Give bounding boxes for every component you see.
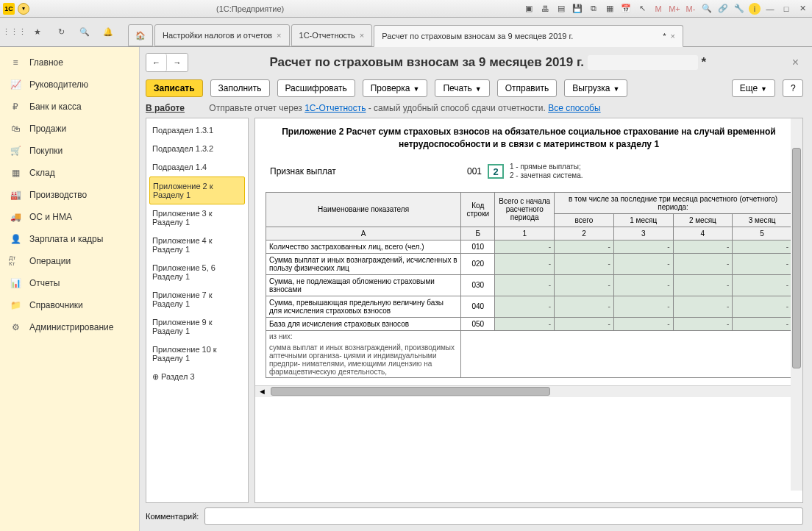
- section-tree[interactable]: Подраздел 1.3.1 Подраздел 1.3.2 Подразде…: [146, 118, 249, 503]
- close-icon[interactable]: ✕: [796, 3, 809, 15]
- tab-tax-settings[interactable]: Настройки налогов и отчетов×: [154, 24, 290, 46]
- sidebar-item-purchases[interactable]: 🛒Покупки: [0, 140, 139, 162]
- print-icon[interactable]: 🖶: [538, 3, 552, 15]
- sidebar-item-reports[interactable]: 📊Отчеты: [0, 272, 139, 294]
- th-code: Код строки: [461, 192, 495, 227]
- sidebar-item-sales[interactable]: 🛍Продажи: [0, 118, 139, 140]
- save-icon[interactable]: 💾: [571, 3, 584, 15]
- note-line: из них:: [266, 330, 461, 342]
- m-btn[interactable]: M: [652, 3, 665, 15]
- search-icon[interactable]: 🔍: [75, 22, 94, 43]
- tree-node[interactable]: Приложение 4 к Разделу 1: [149, 232, 245, 259]
- tree-node[interactable]: Подраздел 1.4: [149, 158, 245, 177]
- copy-icon[interactable]: ⧉: [587, 3, 600, 15]
- history-icon[interactable]: ↻: [51, 22, 71, 43]
- tree-node-selected[interactable]: Приложение 2 к Разделу 1: [149, 177, 245, 204]
- tree-node[interactable]: Приложение 5, 6 Разделу 1: [149, 259, 245, 286]
- dropdown-icon[interactable]: ▾: [18, 3, 29, 15]
- tree-node[interactable]: Приложение 9 к Разделу 1: [149, 313, 245, 341]
- sidebar-item-operations[interactable]: Дт КтОперации: [0, 250, 139, 272]
- check-button[interactable]: Проверка▼: [363, 79, 428, 97]
- sidebar-item-assets[interactable]: 🚚ОС и НМА: [0, 206, 139, 228]
- sidebar-item-salary[interactable]: 👤Зарплата и кадры: [0, 228, 139, 250]
- page-title: Расчет по страховым взносам за 9 месяцев…: [194, 55, 782, 70]
- send-button[interactable]: Отправить: [497, 79, 558, 97]
- table-row: База для исчисления страховых взносов050…: [266, 317, 792, 330]
- doc-title: Приложение 2 Расчет сумм страховых взнос…: [266, 126, 792, 151]
- minimize-icon[interactable]: —: [763, 3, 777, 15]
- close-icon[interactable]: ×: [277, 31, 281, 40]
- sign-description: 1 - прямые выплаты;2 - зачетная система.: [510, 163, 583, 180]
- comment-input[interactable]: [204, 507, 803, 525]
- titlebar: 1C ▾ (1С:Предприятие) ▣ 🖶 ▤ 💾 ⧉ ▦ 📅 ↖ M …: [0, 0, 812, 18]
- cart-icon: 🛒: [9, 146, 22, 156]
- export-button[interactable]: Выгрузка▼: [564, 79, 627, 97]
- sidebar-item-production[interactable]: 🏭Производство: [0, 184, 139, 206]
- back-button[interactable]: ←: [146, 54, 167, 71]
- forward-button[interactable]: →: [167, 54, 188, 71]
- chart-icon: 📈: [9, 79, 22, 90]
- calc-icon[interactable]: ▦: [603, 3, 616, 15]
- home-tab[interactable]: 🏠: [128, 24, 153, 46]
- help-button[interactable]: ?: [783, 79, 803, 97]
- zoom-icon[interactable]: 🔍: [700, 3, 713, 15]
- factory-icon: 🏭: [9, 190, 22, 200]
- tab-reporting[interactable]: 1С-Отчетность×: [291, 24, 373, 46]
- link-all-ways[interactable]: Все способы: [548, 103, 601, 113]
- close-icon[interactable]: ×: [671, 32, 675, 40]
- link-1c-report[interactable]: 1С-Отчетность: [304, 103, 366, 113]
- apps-icon[interactable]: ⋮⋮⋮: [4, 22, 24, 43]
- menu-icon: ≡: [9, 57, 22, 68]
- sidebar-item-refs[interactable]: 📁Справочники: [0, 294, 139, 316]
- ruble-icon: ₽: [9, 101, 22, 112]
- tab-insurance-calc[interactable]: Расчет по страховым взносам за 9 месяцев…: [374, 25, 683, 47]
- tree-node[interactable]: Приложение 7 к Разделу 1: [149, 286, 245, 313]
- data-table: Наименование показателя Код строки Всего…: [266, 192, 792, 378]
- toolbar: Записать Заполнить Расшифровать Проверка…: [146, 79, 803, 97]
- maximize-icon[interactable]: □: [780, 3, 793, 15]
- scrollbar-vertical[interactable]: [791, 118, 802, 491]
- tool-icon[interactable]: 🔧: [733, 3, 746, 15]
- toolbar-icon[interactable]: ▣: [522, 3, 535, 15]
- sidebar-item-main[interactable]: ≡Главное: [0, 51, 139, 74]
- status-row: В работе Отправьте отчет через 1С-Отчетн…: [146, 103, 803, 113]
- scrollbar-horizontal[interactable]: ◄: [255, 385, 802, 397]
- tree-node[interactable]: Приложение 3 к Разделу 1: [149, 204, 245, 232]
- calendar-icon[interactable]: 📅: [619, 3, 633, 15]
- sign-input[interactable]: 2: [488, 164, 504, 179]
- window-title: (1С:Предприятие): [32, 4, 519, 13]
- truck-icon: 🚚: [9, 212, 22, 222]
- sidebar-item-admin[interactable]: ⚙Администрирование: [0, 316, 139, 338]
- star-icon[interactable]: ★: [28, 22, 47, 43]
- dtkt-icon: Дт Кт: [9, 256, 22, 266]
- payment-sign-row: Признак выплат 001 2 1 - прямые выплаты;…: [266, 158, 792, 185]
- info-icon[interactable]: i: [749, 3, 761, 15]
- print-button[interactable]: Печать▼: [435, 79, 489, 97]
- save-button[interactable]: Записать: [146, 79, 203, 97]
- close-icon[interactable]: ×: [360, 31, 364, 40]
- sign-code: 001: [460, 166, 482, 177]
- mminus-btn[interactable]: M-: [684, 3, 697, 15]
- th-name: Наименование показателя: [266, 192, 461, 227]
- tree-node[interactable]: Подраздел 1.3.2: [149, 140, 245, 158]
- cursor-icon[interactable]: ↖: [635, 3, 649, 15]
- page-close-icon[interactable]: ×: [788, 56, 803, 69]
- sidebar-item-manager[interactable]: 📈Руководителю: [0, 74, 139, 96]
- link-icon[interactable]: 🔗: [716, 3, 730, 15]
- comment-row: Комментарий:: [146, 507, 803, 525]
- decode-button[interactable]: Расшифровать: [277, 79, 355, 97]
- sidebar-item-warehouse[interactable]: ▦Склад: [0, 162, 139, 184]
- tree-node[interactable]: Приложение 10 к Разделу 1: [149, 341, 245, 368]
- sign-label: Признак выплат: [270, 166, 454, 177]
- more-button[interactable]: Еще▼: [732, 79, 775, 97]
- tree-node[interactable]: ⊕ Раздел 3: [149, 368, 245, 387]
- fill-button[interactable]: Заполнить: [210, 79, 270, 97]
- document-icon[interactable]: ▤: [555, 3, 568, 15]
- table-row: Сумма, не подлежащая обложению страховым…: [266, 274, 792, 296]
- bell-icon[interactable]: 🔔: [99, 22, 118, 43]
- sidebar-item-bank[interactable]: ₽Банк и касса: [0, 96, 139, 118]
- tree-node[interactable]: Подраздел 1.3.1: [149, 121, 245, 140]
- th-last3: в том числе за последние три месяца расч…: [555, 192, 792, 213]
- status-label[interactable]: В работе: [146, 103, 185, 113]
- mplus-btn[interactable]: M+: [668, 3, 681, 15]
